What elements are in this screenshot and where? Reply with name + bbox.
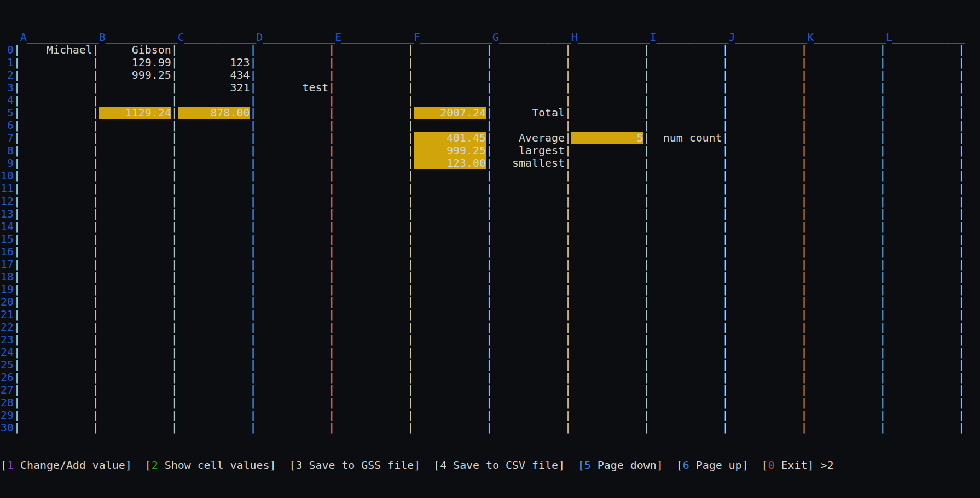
cell-H18 (571, 271, 643, 283)
grid-pipe: | (643, 44, 650, 56)
cell-D22 (257, 321, 329, 333)
grid-pipe: | (171, 296, 178, 308)
cell-L7 (886, 132, 958, 144)
grid-pipe: | (801, 56, 807, 69)
row-number-20: 20 (1, 296, 14, 308)
grid-pipe: | (14, 384, 20, 396)
cell-J26 (729, 371, 801, 384)
grid-pipe: | (486, 157, 492, 169)
grid-pipe: | (722, 346, 729, 359)
grid-pipe: | (250, 233, 257, 245)
grid-pipe: | (643, 107, 650, 119)
cell-F11 (414, 182, 486, 195)
cell-C14 (178, 220, 250, 233)
grid-pipe: | (879, 308, 886, 321)
grid-pipe: | (958, 157, 965, 169)
cell-B0: Gibson (99, 44, 171, 56)
cell-F4 (414, 94, 486, 107)
grid-pipe: | (14, 94, 20, 107)
grid-pipe: | (92, 308, 99, 321)
cell-F5: 2007.24 (414, 107, 486, 119)
cell-C24 (178, 346, 250, 359)
grid-pipe: | (171, 119, 178, 132)
sheet-row-23: 23| | | | | | | | | | | | | (1, 333, 980, 346)
cell-L22 (886, 321, 958, 333)
grid-pipe: | (92, 132, 99, 144)
sheet-row-25: 25| | | | | | | | | | | | | (1, 359, 980, 371)
grid-pipe: | (92, 81, 99, 94)
cell-J15 (729, 233, 801, 245)
terminal-screen[interactable]: A___________B___________C___________D___… (0, 0, 980, 498)
sheet-row-0: 0| Michael| Gibson| | | | | | | | | | | (1, 44, 980, 56)
grid-pipe: | (722, 94, 729, 107)
cell-H5 (571, 107, 643, 119)
grid-pipe: | (879, 157, 886, 169)
cell-I25 (650, 359, 722, 371)
grid-pipe: | (643, 371, 650, 384)
cell-B27 (99, 384, 171, 396)
grid-pipe: | (407, 220, 414, 233)
cell-D7 (257, 132, 329, 144)
cell-K2 (807, 69, 879, 81)
cell-I8 (650, 144, 722, 157)
cell-E28 (335, 396, 407, 409)
cell-A14 (20, 220, 92, 233)
cell-A29 (20, 409, 92, 421)
cell-B24 (99, 346, 171, 359)
grid-pipe: | (250, 296, 257, 308)
grid-pipe: | (407, 182, 414, 195)
menu-key-6: 6 (683, 459, 689, 472)
cell-K6 (807, 119, 879, 132)
grid-pipe: | (171, 371, 178, 384)
cell-H4 (571, 94, 643, 107)
grid-pipe: | (328, 321, 335, 333)
cell-H1 (571, 56, 643, 69)
grid-pipe: | (171, 220, 178, 233)
cell-D27 (257, 384, 329, 396)
cell-C17 (178, 258, 250, 271)
grid-pipe: | (643, 132, 650, 144)
cell-A28 (20, 396, 92, 409)
cell-F25 (414, 359, 486, 371)
grid-pipe: | (565, 208, 571, 220)
grid-pipe: | (722, 208, 729, 220)
grid-pipe: | (14, 81, 20, 94)
cell-H27 (571, 384, 643, 396)
cell-K24 (807, 346, 879, 359)
column-header-G: G___________ (492, 31, 571, 44)
grid-pipe: | (171, 182, 178, 195)
cell-K27 (807, 384, 879, 396)
grid-pipe: | (250, 308, 257, 321)
cell-B5: 1129.24 (99, 107, 171, 119)
cell-C10 (178, 169, 250, 182)
cell-L9 (886, 157, 958, 169)
column-header-row: A___________B___________C___________D___… (1, 31, 980, 44)
cell-E17 (335, 258, 407, 271)
grid-pipe: | (328, 308, 335, 321)
cell-J2 (729, 69, 801, 81)
cell-C26 (178, 371, 250, 384)
cell-K19 (807, 283, 879, 296)
grid-pipe: | (801, 396, 807, 409)
sheet-row-28: 28| | | | | | | | | | | | | (1, 396, 980, 409)
cell-J6 (729, 119, 801, 132)
grid-pipe: | (722, 258, 729, 271)
cell-D16 (257, 245, 329, 258)
cell-D20 (257, 296, 329, 308)
grid-pipe: | (643, 409, 650, 421)
grid-pipe: | (92, 56, 99, 69)
cell-K13 (807, 208, 879, 220)
cell-G26 (492, 371, 565, 384)
cell-L28 (886, 396, 958, 409)
grid-pipe: | (407, 409, 414, 421)
grid-pipe: | (565, 333, 571, 346)
cell-L6 (886, 119, 958, 132)
grid-pipe: | (14, 371, 20, 384)
cell-I27 (650, 384, 722, 396)
grid-pipe: | (328, 359, 335, 371)
grid-pipe: | (407, 107, 414, 119)
cell-E22 (335, 321, 407, 333)
grid-pipe: | (958, 333, 965, 346)
grid-pipe: | (879, 107, 886, 119)
cell-I7: num_count (650, 132, 722, 144)
